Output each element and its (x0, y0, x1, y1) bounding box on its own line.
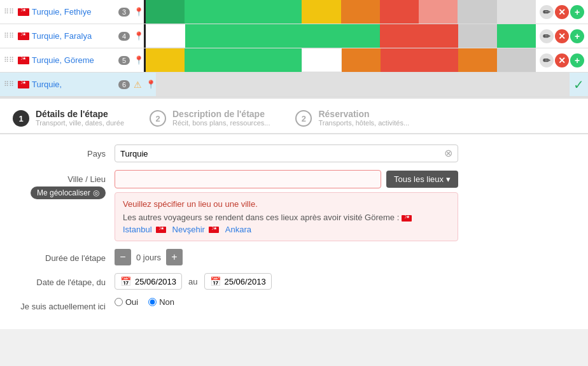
drag-handle[interactable]: ⠿⠿ (0, 80, 18, 88)
date-row: Date de l'étape, du 📅 25/06/2013 au 📅 25… (13, 273, 575, 290)
wizard-step-details[interactable]: 1 Détails de l'étape Transport, ville, d… (13, 109, 124, 127)
timeline-new (156, 73, 570, 96)
remove-button-faralya[interactable]: ✕ (555, 29, 569, 43)
warning-icon: ⚠ (134, 80, 142, 90)
flag-nevsehir (156, 227, 166, 233)
timeline-fethiye (144, 0, 536, 24)
ville-label: Ville / Lieu (67, 170, 106, 184)
wizard: 1 Détails de l'étape Transport, ville, d… (0, 99, 588, 134)
wizard-title-reservation: Réservation (318, 109, 409, 119)
timeline-faralya (144, 24, 536, 48)
trip-list: ⠿⠿ Turquie, Fethiye 3 📍 ✏ ✕ + ⠿⠿ Turquie… (0, 0, 588, 97)
location-row: Je suis actuellement ici Oui Non (13, 297, 575, 311)
trip-name-fethiye[interactable]: Turquie, Fethiye (32, 7, 115, 17)
radio-oui-input[interactable] (115, 298, 123, 306)
wizard-text-description: Description de l'étape Récit, bons plans… (172, 109, 270, 127)
geo-label: Me géolocaliser (37, 188, 90, 197)
drag-handle[interactable]: ⠿⠿ (0, 32, 18, 40)
wizard-num-description: 2 (150, 110, 166, 127)
tous-button[interactable]: Tous les lieux ▾ (386, 171, 458, 188)
suggest-link-istanbul[interactable]: Istanbul (123, 225, 152, 234)
dates-row: 📅 25/06/2013 au 📅 25/06/2013 (115, 273, 575, 290)
duree-row-controls: − 0 jours + (115, 249, 575, 265)
location-control: Oui Non (115, 297, 575, 307)
flag-turkey (18, 32, 29, 40)
pays-clear-button[interactable]: ⊗ (444, 148, 452, 158)
flag-turkey (18, 81, 29, 88)
radio-non-label[interactable]: Non (148, 297, 174, 307)
date-from-wrap[interactable]: 📅 25/06/2013 (115, 273, 182, 290)
wizard-subtitle-reservation: Transports, hôtels, activités... (318, 119, 409, 127)
edit-button-faralya[interactable]: ✏ (540, 29, 554, 43)
date-from-value: 25/06/2013 (135, 277, 176, 286)
ville-row-controls: Tous les lieux ▾ (115, 170, 458, 188)
trip-row-goreme: ⠿⠿ Turquie, Göreme 5 📍 ✏ ✕ + (0, 48, 588, 73)
duree-value: 0 jours (136, 253, 161, 262)
trip-num-faralya: 4 (118, 32, 130, 41)
date-control: 📅 25/06/2013 au 📅 25/06/2013 (115, 273, 575, 290)
date-to-wrap[interactable]: 📅 25/06/2013 (204, 273, 272, 290)
flag-ankara (209, 227, 219, 233)
drag-handle[interactable]: ⠿⠿ (0, 56, 18, 64)
trip-row-new: ⠿⠿ Turquie, 6 ⚠ 📍 ✓ (0, 73, 588, 97)
step-panel: 1 Détails de l'étape Transport, ville, d… (0, 97, 588, 329)
remove-button-fethiye[interactable]: ✕ (555, 5, 569, 19)
wizard-text-details: Détails de l'étape Transport, ville, dat… (36, 109, 124, 127)
pays-input[interactable] (120, 149, 444, 158)
calendar-icon-to: 📅 (210, 276, 221, 286)
trip-name-new[interactable]: Turquie, (32, 80, 115, 89)
trip-name-faralya[interactable]: Turquie, Faralya (32, 31, 115, 41)
trip-num-fethiye: 3 (118, 8, 130, 17)
remove-button-goreme[interactable]: ✕ (555, 53, 569, 67)
radio-row: Oui Non (115, 297, 575, 307)
radio-oui-label[interactable]: Oui (115, 297, 138, 307)
flag-turkey (18, 57, 29, 64)
radio-oui-text: Oui (125, 297, 138, 307)
ville-control: Tous les lieux ▾ Veuillez spécifier un l… (115, 170, 575, 241)
wizard-step-reservation[interactable]: 2 Réservation Transports, hôtels, activi… (295, 109, 409, 127)
date-label: Date de l'étape, du (13, 273, 115, 287)
edit-button-fethiye[interactable]: ✏ (540, 5, 554, 19)
geo-icon: ◎ (93, 188, 99, 197)
wizard-step-description[interactable]: 2 Description de l'étape Récit, bons pla… (150, 109, 270, 127)
suggest-links: Istanbul Nevşehir Ankara (123, 225, 450, 234)
pin-icon: 📍 (134, 55, 144, 65)
timeline-goreme (144, 48, 536, 72)
pays-label: Pays (13, 144, 115, 158)
suggest-link-ankara[interactable]: Ankara (225, 225, 251, 234)
actions-goreme: ✏ ✕ + (536, 53, 588, 67)
radio-non-input[interactable] (148, 298, 157, 306)
geo-button[interactable]: Me géolocaliser ◎ (31, 187, 106, 199)
date-to-value: 25/06/2013 (225, 277, 266, 286)
wizard-num-details: 1 (13, 110, 29, 127)
pin-icon: 📍 (134, 7, 144, 17)
check-button-new[interactable]: ✓ (573, 77, 584, 92)
ville-input[interactable] (115, 170, 381, 188)
add-button-fethiye[interactable]: + (570, 5, 584, 19)
pays-control: ⊗ (115, 144, 575, 162)
location-label: Je suis actuellement ici (13, 297, 115, 311)
suggest-link-nevsehir[interactable]: Nevşehir (172, 225, 205, 234)
error-message: Veuillez spécifier un lieu ou une ville. (123, 199, 450, 209)
form-area: Pays ⊗ Ville / Lieu Me géolocaliser ◎ (0, 134, 588, 329)
duree-plus-button[interactable]: + (166, 249, 183, 265)
drag-handle[interactable]: ⠿⠿ (0, 8, 18, 16)
pin-icon: 📍 (146, 80, 156, 89)
tous-label: Tous les lieux (394, 174, 444, 184)
duree-control: − 0 jours + (115, 249, 575, 265)
chevron-down-icon: ▾ (446, 174, 451, 184)
suggest-message: Les autres voyageurs se rendent dans ces… (123, 213, 450, 222)
pays-row: Pays ⊗ (13, 144, 575, 162)
trip-row-fethiye: ⠿⠿ Turquie, Fethiye 3 📍 ✏ ✕ + (0, 0, 588, 24)
trip-name-goreme[interactable]: Turquie, Göreme (32, 55, 115, 65)
duree-label: Durée de l'étape (13, 249, 115, 263)
wizard-title-details: Détails de l'étape (36, 109, 124, 119)
add-button-goreme[interactable]: + (570, 53, 584, 67)
duree-row: Durée de l'étape − 0 jours + (13, 249, 575, 265)
actions-fethiye: ✏ ✕ + (536, 5, 588, 19)
add-button-faralya[interactable]: + (570, 29, 584, 43)
wizard-text-reservation: Réservation Transports, hôtels, activité… (318, 109, 409, 127)
edit-button-goreme[interactable]: ✏ (540, 53, 554, 67)
radio-non-text: Non (159, 297, 174, 307)
duree-minus-button[interactable]: − (115, 249, 131, 265)
